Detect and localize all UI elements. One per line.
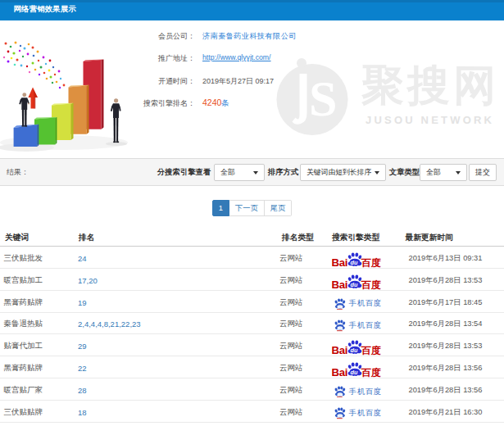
svg-text:S: S (309, 70, 337, 126)
